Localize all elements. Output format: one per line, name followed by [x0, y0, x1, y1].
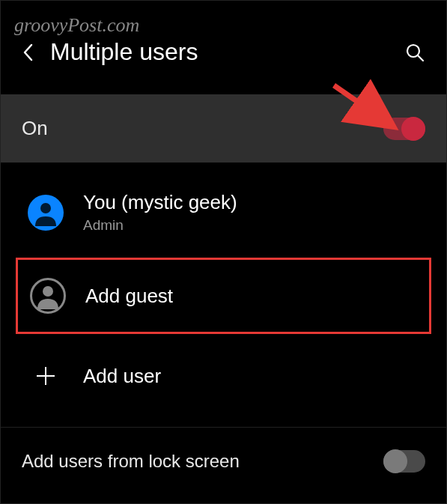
- header-bar: Multiple users: [1, 1, 446, 87]
- chevron-left-icon: [22, 43, 33, 61]
- highlight-annotation: Add guest: [16, 258, 431, 334]
- add-user-row[interactable]: Add user: [1, 343, 446, 409]
- svg-point-4: [40, 203, 51, 213]
- add-guest-row[interactable]: Add guest: [18, 260, 429, 332]
- lock-screen-toggle[interactable]: [383, 450, 425, 473]
- user-name-label: You (mystic geek): [83, 191, 237, 214]
- user-role-label: Admin: [83, 217, 237, 234]
- multiple-users-toggle[interactable]: [383, 118, 425, 140]
- svg-line-3: [418, 55, 423, 61]
- search-button[interactable]: [404, 42, 425, 63]
- add-guest-label: Add guest: [85, 285, 173, 308]
- multiple-users-toggle-row[interactable]: On: [1, 94, 446, 163]
- guest-avatar-icon: [30, 278, 66, 314]
- user-avatar-icon: [28, 195, 64, 231]
- back-button[interactable]: [19, 43, 37, 61]
- user-list: You (mystic geek) Admin Add guest Add us…: [1, 163, 446, 409]
- add-user-label: Add user: [83, 365, 161, 388]
- page-title: Multiple users: [50, 38, 391, 66]
- svg-point-5: [43, 286, 53, 297]
- search-icon: [405, 43, 425, 62]
- user-info: You (mystic geek) Admin: [83, 191, 237, 234]
- user-row-you[interactable]: You (mystic geek) Admin: [1, 176, 446, 249]
- toggle-label: On: [22, 117, 48, 140]
- lock-screen-label: Add users from lock screen: [22, 451, 240, 472]
- plus-icon: [28, 358, 64, 394]
- lock-screen-toggle-row[interactable]: Add users from lock screen: [1, 427, 446, 495]
